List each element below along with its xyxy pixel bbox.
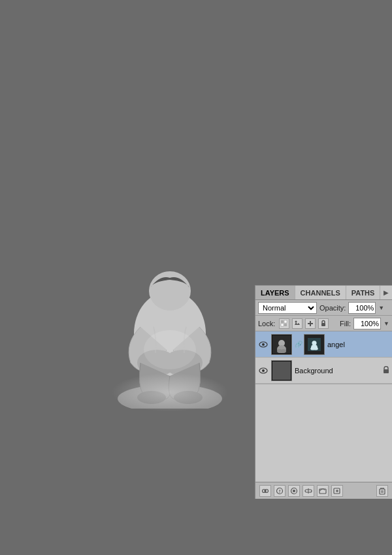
mask-thumbnail-angel <box>304 334 325 355</box>
svg-rect-31 <box>272 362 291 380</box>
svg-point-12 <box>295 320 297 322</box>
chain-link-angel: 🔗 <box>295 341 300 348</box>
new-layer-btn[interactable] <box>331 485 343 497</box>
svg-rect-42 <box>319 489 326 494</box>
lock-all-btn[interactable] <box>318 318 329 329</box>
blend-mode-row: Normal Multiply Screen Overlay Opacity: … <box>255 300 392 316</box>
lock-row: Lock: Fill: ▼ <box>255 316 392 331</box>
add-adjustment-btn[interactable] <box>302 485 314 497</box>
svg-rect-11 <box>284 324 287 326</box>
svg-point-7 <box>144 330 196 369</box>
layer-item-background[interactable]: Background <box>255 358 392 384</box>
fill-label: Fill: <box>340 320 351 328</box>
layer-thumbnail-background <box>271 360 292 381</box>
lock-label: Lock: <box>258 320 275 328</box>
svg-rect-9 <box>284 320 287 323</box>
add-style-btn[interactable]: f <box>274 485 286 497</box>
svg-rect-32 <box>384 369 389 373</box>
layers-list: 🔗 angel <box>255 331 392 384</box>
link-layers-btn[interactable] <box>259 485 271 497</box>
svg-rect-28 <box>308 338 321 351</box>
visibility-eye-background[interactable] <box>258 365 269 376</box>
svg-point-22 <box>281 349 286 353</box>
svg-rect-46 <box>380 489 385 494</box>
visibility-eye-angel[interactable] <box>258 339 269 350</box>
layer-name-angel: angel <box>327 341 389 348</box>
panel-toolbar: f <box>255 482 392 499</box>
tabs-row: LAYERS CHANNELS PATHS ▶ <box>255 286 392 300</box>
lock-image-btn[interactable] <box>292 318 302 329</box>
panel-empty-area <box>255 384 392 482</box>
background-lock-icon <box>383 366 389 375</box>
svg-point-39 <box>293 490 295 492</box>
new-group-btn[interactable] <box>317 485 329 497</box>
figure-glow <box>111 373 229 412</box>
panel-menu-arrow[interactable]: ▶ <box>380 287 392 298</box>
blend-mode-select[interactable]: Normal Multiply Screen Overlay <box>258 302 317 314</box>
layer-name-background: Background <box>295 367 380 375</box>
opacity-arrow[interactable]: ▼ <box>378 305 384 311</box>
layer-thumbnail-angel <box>271 334 292 355</box>
canvas-figure <box>105 235 235 412</box>
fill-arrow[interactable]: ▼ <box>384 320 389 327</box>
opacity-input[interactable] <box>348 302 376 314</box>
add-mask-btn[interactable] <box>288 485 300 497</box>
svg-point-2 <box>149 271 191 311</box>
opacity-label: Opacity: <box>319 304 346 312</box>
layers-panel: LAYERS CHANNELS PATHS ▶ Normal Multiply … <box>255 285 392 499</box>
svg-rect-10 <box>281 324 284 326</box>
svg-rect-8 <box>281 320 284 323</box>
tab-channels[interactable]: CHANNELS <box>295 286 346 299</box>
delete-layer-btn[interactable] <box>376 485 388 497</box>
tab-paths[interactable]: PATHS <box>346 286 381 299</box>
lock-transparency-btn[interactable] <box>279 318 289 329</box>
lock-position-btn[interactable] <box>305 318 316 329</box>
svg-point-17 <box>262 343 265 346</box>
fill-input[interactable] <box>353 318 381 329</box>
svg-point-30 <box>262 369 265 372</box>
svg-rect-15 <box>321 323 325 326</box>
layer-item-angel[interactable]: 🔗 angel <box>255 331 392 358</box>
tab-layers[interactable]: LAYERS <box>255 286 295 299</box>
